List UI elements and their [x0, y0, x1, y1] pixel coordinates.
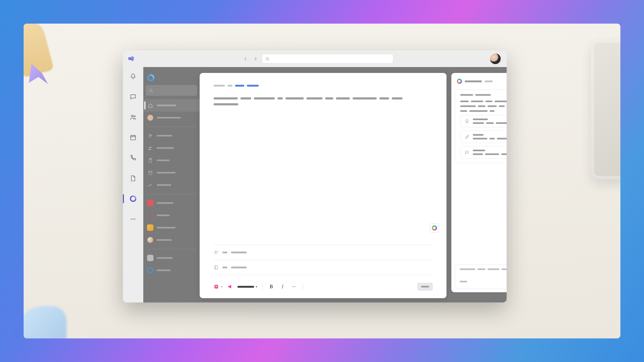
svg-point-18	[151, 135, 152, 135]
sidebar-pinned-e[interactable]	[143, 252, 200, 264]
search-icon	[149, 88, 153, 93]
trend-icon	[147, 182, 153, 188]
rail-loop[interactable]	[125, 193, 141, 205]
people-plus-icon	[214, 250, 219, 255]
sidebar-shared[interactable]	[143, 130, 200, 142]
chat-bubble-icon	[464, 150, 470, 155]
people-solid-icon	[147, 145, 153, 151]
toolbar-more-button[interactable]	[290, 283, 298, 291]
sidebar-pinned-f[interactable]	[143, 264, 200, 276]
bold-button[interactable]: B	[267, 283, 275, 291]
copilot-icon	[457, 79, 462, 84]
svg-point-7	[134, 116, 135, 117]
promo-scene-backdrop: T	[24, 24, 620, 338]
app-rail	[123, 67, 143, 302]
font-picker[interactable]: ▾	[237, 285, 257, 289]
sidebar-search[interactable]	[146, 85, 197, 95]
italic-button[interactable]: I	[279, 283, 287, 291]
avatar-icon	[147, 115, 153, 121]
svg-point-6	[131, 115, 133, 117]
sidebar-trends[interactable]	[143, 179, 200, 191]
rail-chat[interactable]	[125, 91, 141, 103]
scene-prop-tablet	[591, 40, 620, 179]
bell-icon	[130, 73, 137, 80]
circle-icon	[147, 267, 153, 273]
badge-icon	[147, 255, 153, 261]
copilot-page-button[interactable]	[430, 223, 439, 232]
insert-component-button[interactable]	[214, 283, 223, 291]
rail-files[interactable]	[125, 172, 141, 184]
attendees-row[interactable]	[214, 245, 433, 260]
sidebar-pinned-b[interactable]: ♥	[143, 209, 200, 221]
sidebar-home[interactable]	[143, 99, 200, 112]
publish-button[interactable]	[418, 283, 433, 290]
svg-point-24	[215, 251, 216, 252]
svg-point-20	[151, 147, 152, 148]
rail-more[interactable]	[125, 213, 141, 225]
copilot-suggestion-2[interactable]	[460, 131, 507, 143]
loop-sidebar: ♥	[143, 73, 200, 298]
crumb-1[interactable]	[214, 85, 225, 87]
search-box[interactable]	[262, 54, 393, 64]
search-input[interactable]	[272, 57, 390, 61]
crumb-3[interactable]	[247, 85, 259, 87]
breadcrumb[interactable]	[214, 85, 433, 87]
svg-point-32	[295, 286, 295, 287]
rail-teams[interactable]	[125, 111, 141, 123]
rail-calendar[interactable]	[125, 131, 141, 144]
avatar-icon	[147, 237, 153, 243]
heart-icon: ♥	[149, 213, 152, 218]
sidebar-pinned-d[interactable]	[143, 234, 200, 246]
copilot-prompt-input[interactable]	[455, 264, 507, 289]
sidebar-people[interactable]	[143, 142, 200, 154]
database-icon	[147, 169, 153, 176]
loop-icon	[130, 195, 137, 202]
loop-page: ▾ B I	[200, 73, 447, 298]
copilot-suggestion-1[interactable]	[460, 115, 507, 127]
copilot-suggestion-3[interactable]	[460, 146, 507, 158]
rail-calls[interactable]	[125, 152, 141, 164]
sidebar-tasks[interactable]	[143, 154, 200, 167]
user-avatar[interactable]	[489, 53, 501, 65]
sidebar-data[interactable]	[143, 167, 200, 179]
nav-back-button[interactable]	[241, 55, 249, 62]
svg-rect-25	[215, 266, 218, 269]
crumb-2[interactable]	[235, 85, 244, 87]
rail-activity[interactable]	[125, 70, 141, 83]
svg-point-13	[133, 219, 134, 220]
notes-row[interactable]	[214, 260, 433, 275]
sidebar-pinned-a[interactable]	[143, 197, 200, 209]
copilot-subtitle	[485, 80, 493, 82]
file-icon	[130, 175, 137, 182]
nav-forward-button[interactable]	[252, 55, 259, 62]
more-icon	[291, 284, 296, 289]
announce-button[interactable]	[226, 283, 234, 291]
svg-point-17	[149, 134, 150, 135]
svg-point-31	[294, 286, 294, 287]
teams-app-window: T	[123, 50, 507, 302]
teams-logo: T	[128, 56, 134, 62]
home-icon	[147, 102, 153, 109]
chevron-down-icon	[221, 286, 223, 288]
phone-icon	[130, 154, 137, 161]
svg-rect-29	[215, 287, 217, 287]
document-body[interactable]	[214, 97, 433, 105]
svg-point-19	[149, 146, 150, 148]
titlebar: T	[123, 50, 507, 67]
svg-point-23	[149, 171, 152, 172]
sidebar-recent-person[interactable]	[143, 112, 200, 124]
svg-point-12	[131, 219, 132, 220]
loop-workspace: ♥	[143, 67, 507, 302]
crumb-sep	[228, 85, 232, 87]
sidebar-pinned-c[interactable]	[143, 221, 200, 234]
pencil-icon	[464, 134, 470, 139]
svg-text:T: T	[129, 58, 131, 60]
copilot-panel	[451, 73, 507, 292]
chat-icon	[130, 93, 137, 100]
component-icon	[214, 284, 219, 289]
people-outline-icon	[147, 132, 153, 139]
calendar-icon	[130, 134, 137, 141]
svg-point-3	[133, 57, 134, 58]
copilot-icon	[432, 225, 437, 231]
svg-point-2	[131, 56, 133, 58]
